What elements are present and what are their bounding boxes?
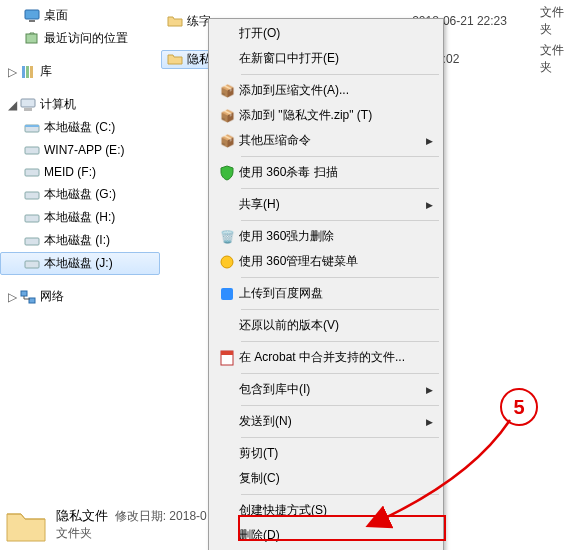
file-type: 文件夹 — [540, 4, 575, 38]
folder-icon — [167, 13, 183, 29]
cm-label: 上传到百度网盘 — [239, 285, 433, 302]
tree-drive-f[interactable]: MEID (F:) — [0, 161, 160, 183]
svg-rect-5 — [30, 66, 33, 78]
archive-icon: 📦 — [215, 134, 239, 148]
drive-icon — [24, 142, 40, 158]
sidebar: 桌面 最近访问的位置 ▷ 库 ◢ 计算机 本地磁盘 (C:) — [0, 0, 161, 550]
annotation-highlight-box — [238, 515, 446, 541]
archive-icon: 📦 — [215, 109, 239, 123]
cm-send-to[interactable]: 发送到(N)▶ — [211, 409, 441, 434]
desktop-icon — [24, 8, 40, 24]
details-type: 文件夹 — [56, 525, 207, 542]
separator — [241, 277, 439, 278]
cm-label: 在新窗口中打开(E) — [239, 50, 433, 67]
cm-label: 还原以前的版本(V) — [239, 317, 433, 334]
tree-label: 最近访问的位置 — [44, 30, 128, 47]
chevron-right-icon: ▶ — [426, 136, 433, 146]
tree-network[interactable]: ▷ 网络 — [0, 285, 160, 308]
separator — [241, 156, 439, 157]
details-mod-label: 修改日期: — [115, 509, 166, 523]
drive-icon — [24, 233, 40, 249]
cm-360-context-menu[interactable]: 使用 360管理右键菜单 — [211, 249, 441, 274]
cm-label: 使用 360杀毒 扫描 — [239, 164, 433, 181]
separator — [241, 188, 439, 189]
svg-rect-19 — [221, 288, 233, 300]
cm-include-library[interactable]: 包含到库中(I)▶ — [211, 377, 441, 402]
chevron-right-icon: ▷ — [8, 65, 18, 79]
cm-label: 使用 360强力删除 — [239, 228, 433, 245]
svg-rect-14 — [25, 238, 39, 245]
tree-label: 库 — [40, 63, 52, 80]
chevron-right-icon: ▶ — [426, 200, 433, 210]
cm-label: 添加到 "隐私文件.zip" (T) — [239, 107, 433, 124]
libraries-icon — [20, 64, 36, 80]
cm-label: 剪切(T) — [239, 445, 433, 462]
svg-rect-10 — [25, 147, 39, 154]
cm-label: 发送到(N) — [239, 413, 426, 430]
tree-label: 计算机 — [40, 96, 76, 113]
cm-open-new-window[interactable]: 在新窗口中打开(E) — [211, 46, 441, 71]
tree-desktop[interactable]: 桌面 — [0, 4, 160, 27]
svg-rect-21 — [221, 351, 233, 355]
tree-drive-j[interactable]: 本地磁盘 (J:) — [0, 252, 160, 275]
separator — [241, 220, 439, 221]
drive-icon — [24, 164, 40, 180]
separator — [241, 494, 439, 495]
chevron-right-icon: ▶ — [426, 417, 433, 427]
cm-label: 共享(H) — [239, 196, 426, 213]
svg-rect-2 — [26, 34, 37, 43]
cm-copy[interactable]: 复制(C) — [211, 466, 441, 491]
360-icon — [215, 254, 239, 270]
cm-add-archive[interactable]: 📦添加到压缩文件(A)... — [211, 78, 441, 103]
svg-point-18 — [221, 256, 233, 268]
svg-rect-0 — [25, 10, 39, 19]
cm-open[interactable]: 打开(O) — [211, 21, 441, 46]
archive-icon: 📦 — [215, 84, 239, 98]
cm-cut[interactable]: 剪切(T) — [211, 441, 441, 466]
separator — [241, 437, 439, 438]
cm-label: 添加到压缩文件(A)... — [239, 82, 433, 99]
svg-rect-3 — [22, 66, 25, 78]
pdf-icon — [215, 350, 239, 366]
cm-restore-previous[interactable]: 还原以前的版本(V) — [211, 313, 441, 338]
cm-label: 其他压缩命令 — [239, 132, 426, 149]
details-pane: 隐私文件 修改日期: 2018-0 文件夹 — [4, 502, 207, 546]
tree-drive-c[interactable]: 本地磁盘 (C:) — [0, 116, 160, 139]
tree-label: 本地磁盘 (H:) — [44, 209, 115, 226]
tree-recent[interactable]: 最近访问的位置 — [0, 27, 160, 50]
cm-baidu-upload[interactable]: 上传到百度网盘 — [211, 281, 441, 306]
tree-libraries[interactable]: ▷ 库 — [0, 60, 160, 83]
cm-add-zip[interactable]: 📦添加到 "隐私文件.zip" (T) — [211, 103, 441, 128]
svg-rect-1 — [29, 20, 35, 22]
svg-rect-16 — [21, 291, 27, 296]
svg-rect-12 — [25, 192, 39, 199]
separator — [241, 74, 439, 75]
tree-label: 网络 — [40, 288, 64, 305]
tree-drive-h[interactable]: 本地磁盘 (H:) — [0, 206, 160, 229]
chevron-down-icon: ◢ — [8, 98, 18, 112]
cm-360-scan[interactable]: 使用 360杀毒 扫描 — [211, 160, 441, 185]
drive-icon — [24, 187, 40, 203]
recent-icon — [24, 31, 40, 47]
tree-drive-g[interactable]: 本地磁盘 (G:) — [0, 183, 160, 206]
cm-label: 复制(C) — [239, 470, 433, 487]
cm-label: 在 Acrobat 中合并支持的文件... — [239, 349, 433, 366]
tree-drive-i[interactable]: 本地磁盘 (I:) — [0, 229, 160, 252]
details-name: 隐私文件 — [56, 508, 108, 523]
cm-share[interactable]: 共享(H)▶ — [211, 192, 441, 217]
cm-360-force-delete[interactable]: 🗑️使用 360强力删除 — [211, 224, 441, 249]
svg-rect-9 — [25, 125, 39, 127]
cm-other-zip[interactable]: 📦其他压缩命令▶ — [211, 128, 441, 153]
tree-computer[interactable]: ◢ 计算机 — [0, 93, 160, 116]
chevron-right-icon: ▶ — [426, 385, 433, 395]
svg-rect-7 — [24, 108, 32, 111]
svg-rect-6 — [21, 99, 35, 107]
svg-rect-4 — [26, 66, 29, 78]
tree-label: 本地磁盘 (I:) — [44, 232, 110, 249]
tree-drive-e[interactable]: WIN7-APP (E:) — [0, 139, 160, 161]
separator — [241, 309, 439, 310]
trash-icon: 🗑️ — [215, 230, 239, 244]
separator — [241, 341, 439, 342]
cloud-icon — [215, 286, 239, 302]
cm-acrobat-combine[interactable]: 在 Acrobat 中合并支持的文件... — [211, 345, 441, 370]
